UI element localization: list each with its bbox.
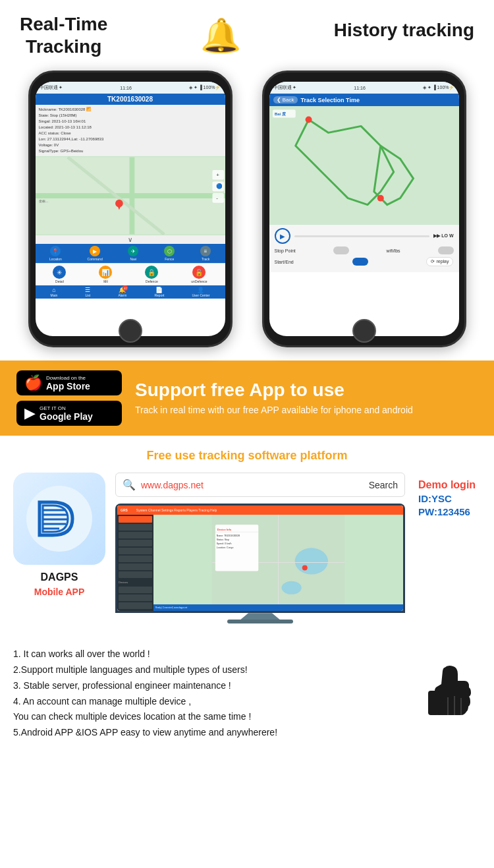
right-map: Bai 度 — [269, 106, 459, 225]
platform-content: DAGPS Mobile APP 🔍 www.dagps.net Search — [13, 473, 481, 623]
right-platform: 🔍 www.dagps.net Search GRS System Channe… — [115, 473, 405, 623]
app-store-text: Download on the App Store — [46, 375, 90, 391]
dagps-logo-svg — [23, 482, 96, 555]
svg-text:Device Info: Device Info — [217, 528, 232, 531]
platform-section: Free use tracking software platform — [0, 436, 494, 637]
start-end-toggle[interactable] — [352, 258, 368, 266]
svg-text:坐标...: 坐标... — [38, 199, 47, 203]
stop-point-label: Stop Point — [275, 248, 296, 253]
nav-row: 📍 Location ▶ Command ✈ Navi ⬡ Fence — [36, 244, 225, 263]
monitor-base — [227, 620, 293, 623]
left-screen-header: TK2001630028 — [36, 94, 225, 105]
svg-text:Name: TK2001630028: Name: TK2001630028 — [217, 535, 240, 537]
demo-info: Demo login ID:YSC PW:123456 — [415, 479, 481, 517]
action-mil[interactable]: 📊 Mil — [99, 266, 112, 283]
play-row: ▶ ▶▶ LO W — [275, 228, 454, 244]
replay-button[interactable]: ⟳ replay — [426, 257, 453, 266]
svg-point-14 — [305, 117, 312, 123]
alarm-badge: 47 — [123, 285, 128, 291]
search-bar[interactable]: 🔍 www.dagps.net Search — [115, 473, 405, 497]
speed-label: ▶▶ LO W — [433, 233, 453, 239]
play-button[interactable]: ▶ — [275, 228, 290, 244]
tab-main[interactable]: ⌂ Main — [51, 287, 58, 297]
store-buttons: 🍎 Download on the App Store ▶ GET IT ON … — [16, 370, 122, 426]
demo-pw: PW:123456 — [418, 506, 481, 517]
svg-text:Speed: 0 km/h: Speed: 0 km/h — [217, 542, 232, 545]
nav-track[interactable]: ≡ Track — [200, 246, 211, 261]
search-url: www.dagps.net — [141, 480, 369, 490]
right-phone: 中国联通 ✦ 11:16 ◈ ✦ ▐ 100%⚡ ❮ Back Track Se… — [262, 71, 466, 347]
left-phone: 中国联通 ✦ 11:16 ◈ ✦ ▐ 100%⚡ TK2001630028 Ni… — [28, 71, 233, 347]
nav-command[interactable]: ▶ Command — [88, 246, 103, 261]
tab-user-center[interactable]: 👤 User Center — [192, 287, 209, 297]
monitor-topbar: GRS System Channel Settings Reports Play… — [117, 506, 403, 515]
app-logo — [13, 473, 105, 565]
progress-bar[interactable] — [294, 235, 430, 237]
monitor-display: GRS System Channel Settings Reports Play… — [117, 506, 403, 611]
yellow-banner: 🍎 Download on the App Store ▶ GET IT ON … — [0, 361, 494, 436]
right-phone-frame: 中国联通 ✦ 11:16 ◈ ✦ ▐ 100%⚡ ❮ Back Track Se… — [262, 71, 466, 347]
back-button[interactable]: ❮ Back — [273, 96, 298, 103]
demo-title: Demo login — [418, 479, 481, 491]
action-detail[interactable]: ✳ Detail — [53, 266, 66, 283]
right-phone-screen: 中国联通 ✦ 11:16 ◈ ✦ ▐ 100%⚡ ❮ Back Track Se… — [269, 82, 459, 336]
app-logo-area: DAGPS Mobile APP — [13, 473, 105, 597]
phones-section: 中国联通 ✦ 11:16 ◈ ✦ ▐ 100%⚡ TK2001630028 Ni… — [0, 64, 494, 361]
apple-icon: 🍎 — [24, 374, 42, 391]
search-button[interactable]: Search — [369, 480, 398, 490]
svg-text:+: + — [216, 172, 219, 178]
google-play-icon: ▶ — [24, 405, 36, 422]
svg-point-36 — [302, 565, 308, 571]
features-section: 1. It can works all over the world ! 2.S… — [0, 637, 494, 751]
svg-point-15 — [377, 195, 383, 202]
nav-fence[interactable]: ⬡ Fence — [164, 246, 175, 261]
tab-bar: ⌂ Main ☰ List 🔔 47 Alarm 📄 Report — [36, 285, 225, 299]
nav-location[interactable]: 📍 Location — [49, 246, 62, 261]
svg-rect-13 — [269, 107, 459, 225]
google-play-button[interactable]: ▶ GET IT ON Google Play — [16, 401, 122, 426]
app-name: DAGPS — [41, 571, 78, 583]
wifi-lbs-toggle[interactable] — [438, 246, 454, 254]
tab-alarm[interactable]: 🔔 47 Alarm — [118, 287, 126, 297]
search-icon: 🔍 — [123, 478, 136, 491]
svg-point-25 — [295, 548, 328, 575]
start-end-label: Start/End — [275, 260, 294, 264]
google-play-text: GET IT ON Google Play — [40, 405, 93, 422]
home-button-right[interactable] — [352, 319, 376, 343]
action-defence[interactable]: 🔒 Defence — [145, 266, 158, 283]
left-map: 坐标... + 🔵 - — [36, 156, 225, 235]
app-store-button[interactable]: 🍎 Download on the App Store — [16, 370, 122, 395]
svg-point-26 — [282, 581, 302, 594]
banner-sub-text: Track in real time with our free APP ava… — [135, 404, 478, 417]
top-section: Real-Time Tracking 🔔 History tracking — [0, 0, 494, 64]
stop-point-row: Stop Point wifi/lbs — [275, 246, 454, 254]
thumbs-up-svg — [408, 661, 481, 734]
monitor-stand — [240, 613, 280, 620]
track-controls: ▶ ▶▶ LO W Stop Point wifi/lbs Start/End — [269, 225, 459, 272]
tab-report[interactable]: 📄 Report — [154, 287, 164, 297]
stop-point-toggle[interactable] — [333, 246, 349, 254]
nav-navi[interactable]: ✈ Navi — [128, 246, 138, 261]
tab-list[interactable]: ☰ List — [85, 287, 90, 297]
svg-text:Bai 度: Bai 度 — [274, 111, 285, 116]
svg-rect-37 — [428, 691, 439, 715]
svg-text:-: - — [216, 195, 218, 201]
svg-text:Location: Congo: Location: Congo — [217, 547, 234, 550]
right-title: History tracking — [334, 13, 474, 41]
svg-text:🔵: 🔵 — [216, 183, 223, 189]
monitor-sidebar: Devices — [117, 515, 153, 611]
right-status-bar: 中国联通 ✦ 11:16 ◈ ✦ ▐ 100%⚡ — [269, 82, 459, 94]
start-end-row: Start/End ⟳ replay — [275, 257, 454, 266]
left-title: Real-Time Tracking — [20, 13, 107, 57]
banner-text: Support free App to use Track in real ti… — [135, 380, 478, 417]
action-row: ✳ Detail 📊 Mil 🔒 Defence 🔓 unDefence — [36, 263, 225, 285]
expand-btn[interactable]: ∨ — [36, 235, 225, 244]
right-screen-header: ❮ Back Track Selection Time — [269, 94, 459, 106]
action-undefence[interactable]: 🔓 unDefence — [191, 266, 207, 283]
demo-id: ID:YSC — [418, 493, 481, 504]
monitor-screen: GRS System Channel Settings Reports Play… — [115, 504, 405, 613]
mobile-app-label: Mobile APP — [34, 587, 85, 597]
monitor-map: Device Info Name: TK2001630028 Status: S… — [153, 515, 403, 611]
home-button-left[interactable] — [119, 319, 142, 343]
feature-1: 1. It can works all over the world ! — [13, 647, 481, 662]
